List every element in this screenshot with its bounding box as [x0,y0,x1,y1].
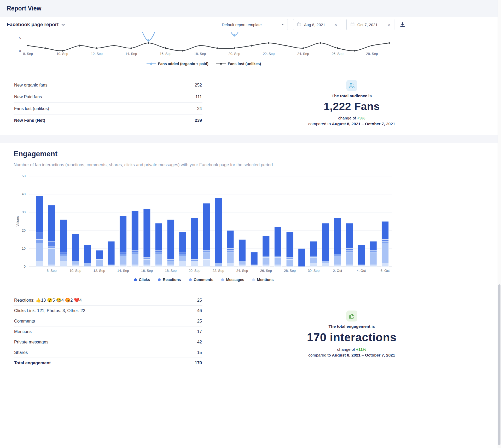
vertical-scrollbar [498,0,501,448]
legend-item[interactable]: Mentions [252,278,274,282]
row-label: Comments [14,316,183,326]
table-row: Comments25 [14,316,202,326]
engagement-lead-text: The total engagement is [329,324,375,329]
svg-text:8. Sep: 8. Sep [47,269,57,273]
download-report-button[interactable] [400,22,405,27]
fans-chart-legend: Fans added (organic + paid)Fans lost (un… [0,62,407,66]
caret-down-icon [281,24,284,25]
fans-line-chart: 508. Sep10. Sep12. Sep14. Sep16. Sep18. … [0,32,407,58]
engagement-title: Engagement [14,150,501,158]
line-dot-marker-icon [147,62,156,65]
report-template-select[interactable]: Default report template [218,19,288,30]
engagement-subtitle: Number of fan interactions (reactions, c… [14,162,501,167]
row-label: Fans lost (unlikes) [14,103,167,114]
row-label: Reactions: 👍13 😮5 😂4 😡2 ❤️4 [14,295,183,306]
table-row: Total engagement170 [14,358,202,368]
legend-item[interactable]: Fans lost (unlikes) [216,62,261,66]
row-value: 25 [183,316,202,326]
date-to-input[interactable]: Oct 7, 2021 × [346,19,394,30]
audience-users-icon [346,80,357,91]
toolbar-controls: Default report template Aug 8, 2021 × Oc… [218,19,405,30]
fans-card: 508. Sep10. Sep12. Sep14. Sep16. Sep18. … [0,32,501,135]
svg-text:26. Sep: 26. Sep [332,52,343,56]
legend-dot-icon [134,278,137,281]
svg-text:Values: Values [16,216,20,226]
engagement-table: Reactions: 👍13 😮5 😂4 😡2 ❤️425Clicks Link… [14,295,202,368]
svg-text:26. Sep: 26. Sep [260,269,272,273]
table-row: Clicks Link: 121, Photos: 3, Other: 2246 [14,306,202,316]
table-row: New Fans (Net)239 [14,114,202,126]
table-row: Private messages42 [14,337,202,347]
engagement-card: Engagement Number of fan interactions (r… [0,143,501,368]
svg-text:24. Sep: 24. Sep [297,52,309,56]
row-label: Mentions [14,326,183,337]
engagement-chart-legend: ClicksReactionsCommentsMessagesMentions [0,278,407,282]
svg-text:14. Sep: 14. Sep [117,269,129,273]
section-divider [0,135,501,143]
date-from-value: Aug 8, 2021 [304,22,332,27]
chevron-down-icon [61,22,65,27]
row-label: Shares [14,347,183,358]
date-from-input[interactable]: Aug 8, 2021 × [293,19,341,30]
svg-text:14. Sep: 14. Sep [125,52,137,56]
row-value: 252 [167,79,202,91]
legend-item[interactable]: Clicks [134,278,150,282]
page-title: Report View [7,5,42,12]
engagement-change-value: +11% [356,347,366,352]
clear-date-to-icon[interactable]: × [388,22,391,27]
svg-text:20: 20 [22,228,26,232]
legend-dot-icon [252,278,255,281]
audience-compare: compared toAugust 8, 2021 – October 7, 2… [308,122,395,126]
svg-text:18. Sep: 18. Sep [165,269,177,273]
row-value: 17 [183,326,202,337]
table-row: New Paid fans111 [14,91,202,103]
engagement-change: change of+11% [337,347,366,352]
engagement-compare: compared toAugust 8, 2021 – October 7, 2… [308,353,395,358]
row-value: 24 [167,103,202,114]
legend-item[interactable]: Reactions [158,278,181,282]
table-row: Mentions17 [14,326,202,337]
audience-compare-range: August 8, 2021 – October 7, 2021 [332,122,395,126]
row-value: 15 [183,347,202,358]
report-name-label: Facebook page report [7,22,59,27]
row-label: Private messages [14,337,183,347]
row-value: 46 [183,306,202,316]
svg-text:10. Sep: 10. Sep [69,269,81,273]
svg-text:24. Sep: 24. Sep [236,269,248,273]
svg-text:30: 30 [22,210,26,214]
engagement-summary: The total engagement is 170 interactions… [202,295,501,368]
legend-dot-icon [189,278,192,281]
scrollbar-thumb[interactable] [498,284,500,445]
table-row: Reactions: 👍13 😮5 😂4 😡2 ❤️425 [14,295,202,306]
table-row: Shares15 [14,347,202,358]
svg-text:12. Sep: 12. Sep [91,52,103,56]
svg-text:30. Sep: 30. Sep [308,269,319,273]
svg-text:22. Sep: 22. Sep [263,52,275,56]
table-row: Fans lost (unlikes)24 [14,103,202,114]
svg-text:0: 0 [24,265,26,268]
legend-dot-icon [158,278,161,281]
clear-date-from-icon[interactable]: × [334,22,337,27]
date-to-value: Oct 7, 2021 [357,22,385,27]
legend-dot-icon [221,278,224,281]
legend-item[interactable]: Comments [189,278,213,282]
calendar-icon [297,22,301,27]
engagement-bar-chart: 010203040508. Sep10. Sep12. Sep14. Sep16… [0,175,407,273]
svg-text:12. Sep: 12. Sep [94,269,105,273]
svg-text:16. Sep: 16. Sep [160,52,171,56]
svg-text:18. Sep: 18. Sep [194,52,206,56]
svg-text:5: 5 [19,36,21,40]
report-name-dropdown[interactable]: Facebook page report [7,22,65,27]
fans-table: New organic fans252New Paid fans111Fans … [14,79,202,126]
row-value: 25 [183,295,202,306]
svg-text:20. Sep: 20. Sep [189,269,200,273]
legend-item[interactable]: Messages [221,278,244,282]
calendar-icon [350,22,355,27]
svg-text:22. Sep: 22. Sep [213,269,224,273]
svg-text:28. Sep: 28. Sep [366,52,378,56]
fans-overview: New organic fans252New Paid fans111Fans … [0,79,501,126]
row-value: 111 [167,91,202,103]
svg-text:50: 50 [22,175,26,178]
row-label: Clicks Link: 121, Photos: 3, Other: 22 [14,306,183,316]
legend-item[interactable]: Fans added (organic + paid) [147,62,208,66]
